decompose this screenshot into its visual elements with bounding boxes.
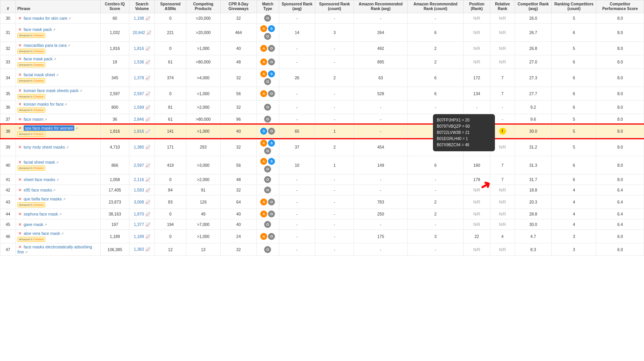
cpr-giveaways: 32	[220, 101, 256, 114]
trend-chart-icon[interactable]: 📈	[145, 60, 150, 64]
amazon-choice-badge: Amazon's Choice	[17, 33, 45, 38]
external-link-icon[interactable]: ↗	[75, 127, 78, 130]
phrase-text[interactable]: facial sheet mask	[24, 160, 55, 164]
trend-chart-icon[interactable]: 📈	[145, 222, 150, 227]
phrase-text[interactable]: sheet face masks	[24, 177, 55, 182]
external-link-icon[interactable]: ↗	[53, 28, 56, 32]
match-badge-o: O	[268, 90, 275, 97]
remove-btn[interactable]: ✕	[17, 117, 22, 121]
relative-rank: N/R	[490, 55, 515, 69]
trend-chart-icon[interactable]: 📈	[145, 234, 150, 239]
phrase-text[interactable]: mascarillas para la cara	[24, 43, 67, 48]
trend-chart-icon[interactable]: 📈	[145, 177, 150, 182]
external-link-icon[interactable]: ↗	[44, 223, 47, 227]
sp-rank-count: 1	[315, 156, 354, 175]
relative-rank: N/R	[490, 138, 515, 156]
phrase-text[interactable]: sephora face mask	[24, 212, 58, 216]
phrase-text[interactable]: que bella face masks	[24, 197, 62, 201]
remove-btn[interactable]: ✕	[17, 231, 22, 236]
remove-btn[interactable]: ✕	[17, 16, 22, 21]
phrase-text[interactable]: facial mask sheet	[24, 72, 55, 77]
phrase-text[interactable]: aloe vera face mask	[24, 231, 60, 236]
relative-rank: N/R	[490, 13, 515, 24]
trend-chart-icon[interactable]: 📈	[145, 200, 150, 204]
competing-products: >3,000	[186, 156, 220, 175]
trend-chart-icon[interactable]: 📈	[145, 75, 150, 80]
trend-chart-icon[interactable]: 📈	[145, 117, 150, 121]
comp-rank-avg: 31.2	[515, 138, 551, 156]
remove-btn[interactable]: ✕	[17, 197, 22, 201]
sp-rank-count: -	[315, 175, 354, 185]
remove-btn[interactable]: ✕	[17, 177, 22, 182]
phrase-text[interactable]: face masks for skin care	[24, 16, 67, 21]
sp-rank-count: 1	[315, 125, 354, 138]
remove-btn[interactable]: ✕	[17, 102, 22, 106]
external-link-icon[interactable]: ↗	[56, 73, 59, 77]
position-rank: N/R	[464, 195, 490, 209]
phrase-text[interactable]: facw mask pack	[24, 56, 53, 61]
remove-btn[interactable]: ✕	[17, 212, 22, 216]
match-badge-a: A	[260, 58, 267, 65]
trend-chart-icon[interactable]: 📈	[145, 91, 150, 96]
relative-rank: N/R	[490, 24, 515, 42]
ranking-competitors: 5	[551, 125, 596, 138]
relative-rank: 7	[490, 87, 515, 101]
external-link-icon[interactable]: ↗	[44, 118, 47, 121]
trend-chart-icon[interactable]: 📈	[145, 145, 150, 149]
competing-products: 13	[186, 243, 220, 256]
external-link-icon[interactable]: ↗	[68, 17, 71, 21]
comp-rank-avg: 26.8	[515, 42, 551, 55]
external-link-icon[interactable]: ↗	[66, 145, 69, 149]
col-num: #	[0, 0, 16, 13]
phrase-text[interactable]: face masks electrostatically adsorbing f…	[17, 245, 92, 254]
remove-btn[interactable]: ✕	[17, 27, 22, 32]
phrase-text[interactable]: face mask pack	[24, 27, 52, 32]
remove-btn[interactable]: ✕	[17, 188, 22, 192]
cpr-giveaways: 32	[220, 243, 256, 256]
iq-score: 1,058	[101, 175, 129, 185]
trend-chart-icon[interactable]: 📈	[145, 163, 150, 168]
external-link-icon[interactable]: ↗	[59, 212, 62, 216]
phrase-text[interactable]: gave mask	[24, 222, 43, 227]
external-link-icon[interactable]: ↗	[53, 57, 57, 61]
competing-products: >1,000	[186, 125, 220, 138]
remove-btn[interactable]: ✕	[17, 56, 22, 61]
phrase-text[interactable]: korean face mask sheets pack	[24, 88, 79, 93]
external-link-icon[interactable]: ↗	[25, 250, 28, 254]
trend-chart-icon[interactable]: 📈	[146, 30, 151, 35]
trend-chart-icon[interactable]: 📈	[145, 188, 150, 192]
external-link-icon[interactable]: ↗	[56, 178, 59, 182]
trend-chart-icon[interactable]: 📈	[145, 105, 150, 109]
remove-btn[interactable]: ✕	[17, 245, 22, 249]
phrase-text[interactable]: face masm	[24, 117, 43, 121]
external-link-icon[interactable]: ↗	[79, 89, 82, 93]
trend-chart-icon[interactable]: 📈	[145, 46, 150, 51]
iq-score: 23,873	[101, 195, 129, 209]
col-amz-rec-count: Amazon Recommended Rank (count)	[407, 0, 463, 13]
external-link-icon[interactable]: ↗	[61, 232, 64, 236]
phrase-text[interactable]: korean masks for face	[24, 102, 64, 106]
external-link-icon[interactable]: ↗	[56, 161, 59, 164]
remove-btn[interactable]: ✕	[17, 88, 22, 93]
external-link-icon[interactable]: ↗	[53, 188, 56, 192]
external-link-icon[interactable]: ↗	[67, 44, 70, 48]
external-link-icon[interactable]: ↗	[63, 197, 66, 201]
phrase-text[interactable]: e95 face masks	[24, 188, 52, 192]
remove-btn[interactable]: ✕	[17, 145, 22, 149]
iq-score: 2,597	[101, 87, 129, 101]
perf-score: 6.4	[596, 185, 644, 195]
trend-chart-icon[interactable]: 📈	[145, 16, 150, 21]
remove-btn[interactable]: ✕	[17, 126, 22, 130]
remove-btn[interactable]: ✕	[17, 222, 22, 227]
remove-btn[interactable]: ✕	[17, 72, 22, 77]
phrase-text[interactable]: spa face masks for women	[24, 125, 74, 131]
trend-chart-icon[interactable]: 📈	[145, 247, 150, 252]
trend-chart-icon[interactable]: 📈	[145, 212, 150, 216]
remove-btn[interactable]: ✕	[17, 43, 22, 48]
phrase-text[interactable]: tony moly sheet masks	[24, 145, 65, 149]
remove-btn[interactable]: ✕	[17, 160, 22, 164]
external-link-icon[interactable]: ↗	[64, 103, 67, 106]
phrase-cell: ✕ que bella face masks↗Amazon's Choice	[16, 195, 101, 209]
sp-rank-avg: -	[279, 230, 315, 243]
trend-chart-icon[interactable]: 📈	[145, 129, 150, 133]
